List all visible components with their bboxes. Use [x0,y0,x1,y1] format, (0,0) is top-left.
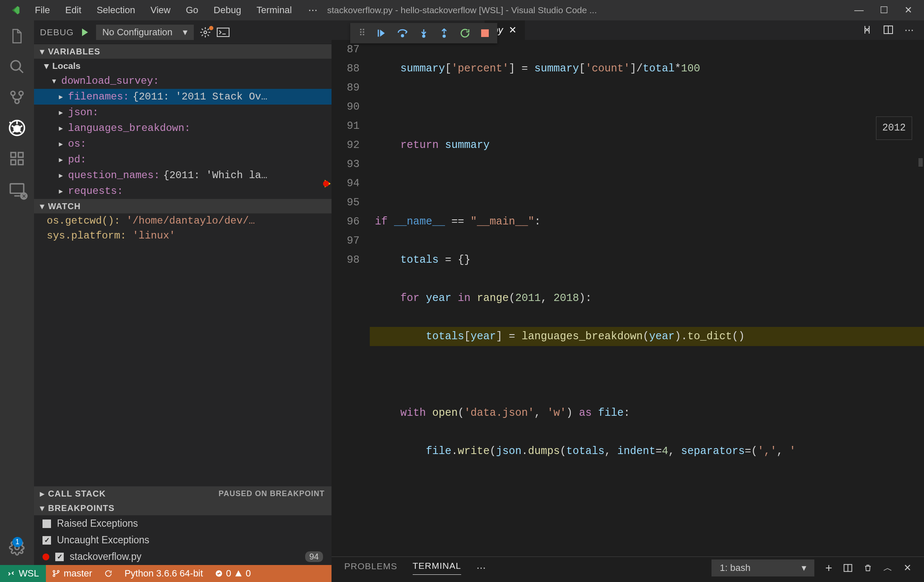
code-editor[interactable]: 87888990 919293 94 95969798 summary['per… [332,40,924,556]
restart-button[interactable] [460,28,470,38]
svg-line-1 [19,69,23,73]
tab-close-icon[interactable]: ✕ [509,25,516,36]
svg-point-27 [443,35,445,37]
editor-scrollbar[interactable] [916,44,924,359]
breakpoint-label: stackoverflow.py [70,551,142,562]
svg-point-32 [53,571,55,572]
settings-gear-icon[interactable]: 1 [8,539,26,556]
svg-point-34 [53,575,55,576]
new-terminal-button[interactable]: + [825,561,832,575]
sync-button[interactable] [98,565,119,582]
step-into-button[interactable] [419,28,428,38]
svg-line-11 [19,131,21,133]
breakpoint-dot-icon [43,554,49,560]
menu-selection[interactable]: Selection [89,3,143,17]
continue-button[interactable] [377,28,386,38]
extensions-icon[interactable] [8,150,26,168]
debug-config-dropdown[interactable]: No Configuration▾ [96,25,194,40]
debug-toolbar[interactable]: ⠿ [350,23,497,43]
breakpoints-section-header[interactable]: ▾BREAKPOINTS [34,501,332,515]
variable-row[interactable]: ▸requests: [34,183,332,199]
variable-row[interactable]: ▸pd: [34,152,332,168]
menu-view[interactable]: View [143,3,178,17]
menu-terminal[interactable]: Terminal [249,3,299,17]
menu-edit[interactable]: Edit [57,3,89,17]
watch-row[interactable]: os.getcwd(): '/home/dantaylo/dev/… [34,213,332,228]
menu-go[interactable]: Go [178,3,206,17]
step-over-button[interactable] [397,28,408,38]
compare-changes-icon[interactable] [862,25,872,36]
terminal-selector-dropdown[interactable]: 1: bash▾ [711,559,814,576]
breakpoint-checkbox[interactable] [43,536,51,545]
editor-more-icon[interactable]: ⋯ [904,25,914,36]
paused-status: PAUSED ON BREAKPOINT [218,489,325,498]
variable-row[interactable]: ▸filenames: {2011: '2011 Stack Ov… [34,89,332,105]
editor-area: ⠿ py ✕ ⋯ 87888990 919293 94 [332,20,924,565]
breakpoint-checkbox[interactable] [43,520,51,528]
watch-section-header[interactable]: ▾WATCH [34,199,332,213]
panel-tab-problems[interactable]: PROBLEMS [344,561,397,575]
breakpoint-row[interactable]: stackoverflow.py94 [34,548,332,565]
kill-terminal-icon[interactable] [864,563,872,573]
svg-point-3 [19,91,23,96]
step-out-button[interactable] [439,28,449,38]
vscode-logo-icon [9,3,22,17]
breakpoint-row[interactable]: Raised Exceptions [34,515,332,532]
search-icon[interactable] [8,58,26,76]
variable-row[interactable]: ▸json: [34,105,332,120]
variable-row[interactable]: ▸question_names: {2011: 'Which la… [34,168,332,183]
minimize-button[interactable]: — [854,5,864,16]
explorer-icon[interactable] [8,27,26,45]
breakpoint-checkbox[interactable] [55,553,64,561]
split-editor-icon[interactable] [883,25,893,36]
debug-settings-icon[interactable] [200,27,211,38]
python-interpreter[interactable]: Python 3.6.6 64-bit [119,565,209,582]
git-branch[interactable]: master [46,565,98,582]
svg-point-23 [402,35,404,37]
debug-sidebar: DEBUG No Configuration▾ ▾VARIABLES ▾Loca… [34,20,332,565]
debug-console-icon[interactable] [217,28,230,37]
split-terminal-icon[interactable] [843,563,853,573]
callstack-section-header[interactable]: ▸CALL STACK PAUSED ON BREAKPOINT [34,486,332,501]
source-control-icon[interactable] [8,88,26,106]
locals-scope[interactable]: ▾Locals [34,59,332,73]
toolbar-grip-icon[interactable]: ⠿ [359,28,366,39]
menu-bar: File Edit Selection View Go Debug Termin… [27,3,300,17]
maximize-panel-icon[interactable]: ︿ [883,562,893,574]
breakpoint-line-badge: 94 [305,551,323,562]
breakpoint-row[interactable]: Uncaught Exceptions [34,532,332,548]
stop-button[interactable] [481,29,489,37]
svg-rect-14 [11,160,16,165]
remote-explorer-icon[interactable]: ✕ [8,180,26,198]
variables-section-header[interactable]: ▾VARIABLES [34,44,332,59]
start-debug-button[interactable] [80,27,90,37]
variable-row[interactable]: ▾download_survey: [34,73,332,89]
close-button[interactable]: ✕ [904,5,912,16]
debug-hover-tooltip: 2012 [876,116,912,140]
menu-overflow-icon[interactable]: ⋯ [300,5,326,16]
svg-line-9 [20,126,22,128]
svg-rect-21 [217,28,229,37]
remote-indicator[interactable]: WSL [0,565,46,582]
debug-icon[interactable] [8,119,26,137]
breakpoint-label: Uncaught Exceptions [57,534,149,546]
close-panel-icon[interactable]: ✕ [904,562,911,573]
line-number-gutter: 87888990 919293 94 95969798 [332,40,370,556]
maximize-button[interactable]: ☐ [880,5,888,16]
svg-point-2 [11,91,15,96]
watch-row[interactable]: sys.platform: 'linux' [34,228,332,243]
menu-file[interactable]: File [27,3,57,17]
svg-rect-13 [11,153,16,157]
terminal-output[interactable]: dantaylo@qubitronpc:~/dev/hello-stackove… [332,579,924,582]
problems-summary[interactable]: 0 0 [209,565,257,582]
variable-row[interactable]: ▸os: [34,136,332,152]
variable-row[interactable]: ▸languages_breakdown: [34,120,332,136]
menu-debug[interactable]: Debug [206,3,249,17]
window-title: stackoverflow.py - hello-stackoverflow [… [327,5,597,15]
panel-more-icon[interactable]: ⋯ [476,562,486,573]
panel-tab-terminal[interactable]: TERMINAL [413,561,461,575]
svg-line-10 [13,131,15,133]
debug-header: DEBUG No Configuration▾ [34,20,332,44]
svg-point-0 [11,61,20,70]
svg-point-20 [204,31,207,34]
